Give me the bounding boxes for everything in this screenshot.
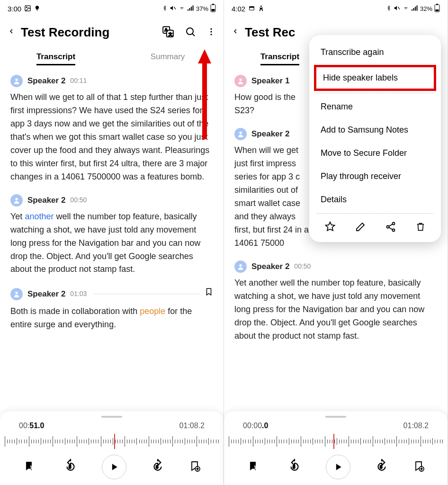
speaker-name[interactable]: Speaker 2 [27, 194, 65, 207]
forward-5-button[interactable]: 5 [375, 459, 389, 475]
svg-point-15 [15, 79, 18, 81]
svg-point-30 [239, 264, 242, 266]
page-title: Test Recording [21, 25, 156, 40]
image-notif-icon [24, 5, 31, 13]
svg-rect-26 [436, 4, 438, 5]
svg-rect-22 [250, 7, 254, 8]
total-time: 01:08.2 [403, 422, 429, 430]
forward-5-button[interactable]: 5 [151, 459, 165, 475]
menu-details[interactable]: Details [309, 188, 441, 211]
svg-point-12 [210, 28, 212, 29]
tab-summary[interactable]: Summary [112, 47, 224, 66]
screenshot-left: 3:00 37% Test Recording A文 [0, 0, 224, 485]
add-bookmark-button[interactable] [413, 460, 424, 474]
svg-text:5: 5 [293, 465, 295, 469]
playhead[interactable] [114, 434, 115, 449]
bookmarks-button[interactable]: 1 [23, 460, 39, 474]
svg-text:5: 5 [156, 465, 158, 469]
segment: Speaker 2 00:50 Yet another well the num… [10, 194, 213, 277]
menu-add-samsung-notes[interactable]: Add to Samsung Notes [309, 118, 441, 142]
status-time: 4:02 [232, 5, 245, 13]
mute-icon [394, 5, 400, 13]
rewind-5-button[interactable]: 5 [63, 459, 78, 475]
segment-text[interactable]: Both is made in collaboration with peopl… [10, 305, 213, 332]
segment-text[interactable]: Yet another well the number top feature,… [234, 277, 437, 342]
menu-play-through-receiver[interactable]: Play through receiver [309, 165, 441, 188]
segment-text[interactable]: Yet another well the number top feature,… [10, 210, 213, 276]
current-time: 00:00.0 [243, 422, 268, 430]
add-bookmark-button[interactable] [189, 460, 200, 474]
status-time: 3:00 [8, 5, 21, 13]
bookmark-icon[interactable] [205, 287, 213, 301]
grab-handle[interactable] [325, 416, 346, 418]
status-bar: 3:00 37% [0, 0, 224, 16]
menu-hide-speaker-labels[interactable]: Hide speaker labels [316, 67, 434, 89]
annotation-highlight: Hide speaker labels [314, 65, 436, 91]
delete-icon[interactable] [415, 221, 426, 234]
svg-rect-4 [212, 4, 214, 5]
current-time: 00:51.0 [19, 422, 44, 430]
tab-transcript[interactable]: Transcript [0, 47, 112, 66]
svg-rect-5 [212, 9, 215, 11]
translate-icon[interactable]: A文 [162, 26, 174, 40]
battery-icon [210, 4, 216, 14]
person-icon [10, 75, 23, 87]
accessibility-icon [258, 5, 264, 13]
battery-text: 32% [420, 5, 432, 12]
menu-move-secure-folder[interactable]: Move to Secure Folder [309, 142, 441, 165]
segment: Speaker 2 00:11 When will we get to all … [10, 75, 213, 184]
segment-text[interactable]: When will we get just first impress seri… [234, 144, 313, 250]
waveform[interactable] [0, 433, 224, 450]
player-bar: 00:00.0 01:08.2 1 5 5 [224, 411, 448, 485]
speaker-name[interactable]: Speaker 2 [251, 128, 289, 140]
speaker-name[interactable]: Speaker 1 [251, 75, 289, 87]
wifi-icon [402, 5, 410, 12]
menu-divider [317, 213, 433, 214]
segment: Speaker 2 01:03 Both is made in collabor… [10, 287, 213, 332]
mute-icon [170, 5, 176, 13]
svg-line-2 [174, 7, 176, 9]
share-icon[interactable] [385, 221, 396, 234]
svg-point-1 [27, 7, 27, 8]
segment-time: 00:50 [70, 195, 87, 206]
svg-text:5: 5 [69, 465, 71, 469]
total-time: 01:08.2 [179, 422, 205, 430]
svg-point-17 [15, 291, 18, 294]
highlighted-word: people [140, 306, 165, 316]
menu-transcribe-again[interactable]: Transcribe again [309, 41, 441, 64]
speaker-name[interactable]: Speaker 2 [27, 75, 65, 87]
transcript-content[interactable]: Speaker 2 00:11 When will we get to all … [0, 66, 224, 411]
segment-time: 01:03 [70, 289, 87, 299]
screenshot-right: 4:02 32% Test Rec Transcript [224, 0, 448, 485]
player-bar: 00:51.0 01:08.2 1 5 5 [0, 411, 224, 485]
more-icon[interactable] [206, 27, 216, 39]
tabs: Transcript Summary [0, 45, 224, 66]
search-icon[interactable] [185, 26, 196, 39]
rewind-5-button[interactable]: 5 [287, 459, 302, 475]
favorite-icon[interactable] [324, 221, 336, 234]
svg-rect-27 [436, 9, 439, 11]
play-button[interactable] [326, 455, 350, 479]
edit-icon[interactable] [355, 221, 366, 234]
play-button[interactable] [102, 455, 126, 479]
segment-text[interactable]: When will we get to all of that 1 step f… [10, 91, 213, 183]
highlighted-word: another [25, 212, 54, 221]
status-bar: 4:02 32% [224, 0, 448, 16]
speaker-name[interactable]: Speaker 2 [27, 288, 65, 300]
svg-text:文: 文 [169, 32, 172, 36]
playhead[interactable] [333, 434, 334, 449]
speaker-name[interactable]: Speaker 2 [251, 260, 289, 273]
svg-point-28 [239, 79, 242, 81]
svg-point-14 [210, 34, 212, 35]
back-button[interactable] [8, 26, 15, 40]
grab-handle[interactable] [101, 416, 122, 418]
segment-text[interactable]: How good is the S23? [234, 91, 305, 117]
menu-rename[interactable]: Rename [309, 95, 441, 118]
signal-icon [188, 5, 194, 12]
back-button[interactable] [232, 26, 239, 40]
svg-point-23 [260, 5, 262, 7]
bookmarks-button[interactable]: 1 [247, 460, 263, 474]
card-notif-icon [248, 5, 255, 13]
menu-divider [317, 93, 433, 93]
waveform[interactable] [224, 433, 448, 450]
